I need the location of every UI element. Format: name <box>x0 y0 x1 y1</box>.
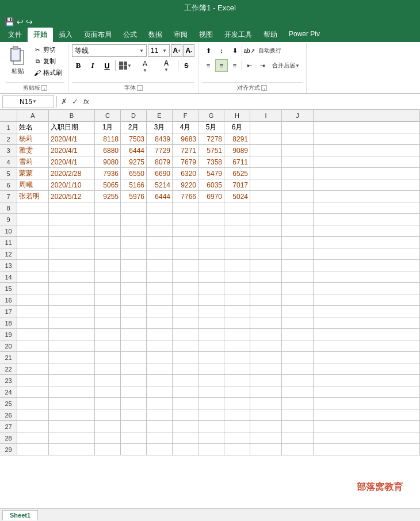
list-item[interactable] <box>198 225 224 237</box>
list-item[interactable] <box>250 294 282 306</box>
list-item[interactable] <box>224 444 250 455</box>
text-angle-button[interactable]: ab↗ <box>243 44 255 57</box>
list-item[interactable]: 7503 <box>121 133 147 145</box>
empty-cell[interactable] <box>314 329 420 340</box>
list-item[interactable] <box>224 398 250 409</box>
list-item[interactable] <box>173 352 198 363</box>
list-item[interactable]: 6550 <box>121 168 147 179</box>
list-item[interactable] <box>95 329 121 340</box>
empty-cell[interactable] <box>314 444 420 455</box>
list-item[interactable] <box>147 260 173 271</box>
list-item[interactable] <box>95 409 121 421</box>
list-item[interactable] <box>121 432 147 444</box>
list-item[interactable]: 6444 <box>147 191 173 202</box>
empty-cell[interactable] <box>314 306 420 317</box>
list-item[interactable]: 张若明 <box>17 191 49 202</box>
list-item[interactable] <box>282 179 314 191</box>
list-item[interactable]: 2月 <box>121 122 147 133</box>
align-middle-button[interactable]: ↕ <box>215 44 228 57</box>
list-item[interactable]: 2020/4/1 <box>49 156 95 168</box>
list-item[interactable] <box>173 444 198 455</box>
list-item[interactable] <box>282 225 314 237</box>
list-item[interactable] <box>147 340 173 352</box>
list-item[interactable] <box>17 352 49 363</box>
list-item[interactable]: 5065 <box>95 179 121 191</box>
list-item[interactable] <box>250 386 282 398</box>
list-item[interactable] <box>121 202 147 214</box>
list-item[interactable] <box>198 214 224 225</box>
list-item[interactable] <box>224 260 250 271</box>
list-item[interactable] <box>49 202 95 214</box>
list-item[interactable] <box>147 271 173 283</box>
list-item[interactable] <box>173 271 198 283</box>
list-item[interactable] <box>95 352 121 363</box>
list-item[interactable] <box>250 306 282 317</box>
list-item[interactable]: 6035 <box>198 179 224 191</box>
list-item[interactable]: 6711 <box>224 156 250 168</box>
list-item[interactable] <box>173 409 198 421</box>
list-item[interactable] <box>282 122 314 133</box>
list-item[interactable] <box>282 133 314 145</box>
list-item[interactable] <box>282 260 314 271</box>
list-item[interactable] <box>173 214 198 225</box>
col-header-I[interactable]: I <box>250 110 282 121</box>
list-item[interactable] <box>173 375 198 386</box>
ribbon-tab-公式[interactable]: 公式 <box>117 28 143 42</box>
list-item[interactable] <box>198 329 224 340</box>
list-item[interactable] <box>173 329 198 340</box>
list-item[interactable]: 雅雯 <box>17 145 49 156</box>
list-item[interactable] <box>121 237 147 248</box>
list-item[interactable] <box>17 260 49 271</box>
list-item[interactable] <box>17 432 49 444</box>
list-item[interactable]: 周曦 <box>17 179 49 191</box>
underline-button[interactable]: U <box>101 59 113 72</box>
list-item[interactable] <box>224 363 250 375</box>
list-item[interactable] <box>198 444 224 455</box>
list-item[interactable]: 8291 <box>224 133 250 145</box>
list-item[interactable] <box>198 340 224 352</box>
list-item[interactable] <box>17 317 49 329</box>
list-item[interactable] <box>95 421 121 432</box>
list-item[interactable] <box>224 329 250 340</box>
list-item[interactable] <box>250 237 282 248</box>
empty-cell[interactable] <box>314 409 420 421</box>
list-item[interactable] <box>282 340 314 352</box>
list-item[interactable]: 9220 <box>173 179 198 191</box>
list-item[interactable]: 2020/4/1 <box>49 133 95 145</box>
list-item[interactable] <box>282 317 314 329</box>
font-expand-icon[interactable]: ⌟ <box>137 85 143 91</box>
col-header-A[interactable]: A <box>17 110 49 121</box>
list-item[interactable]: 2020/5/12 <box>49 191 95 202</box>
ribbon-tab-Power Piv[interactable]: Power Piv <box>283 28 326 42</box>
list-item[interactable] <box>224 421 250 432</box>
ribbon-tab-开发工具[interactable]: 开发工具 <box>219 28 258 42</box>
list-item[interactable] <box>147 225 173 237</box>
list-item[interactable]: 入职日期 <box>49 122 95 133</box>
list-item[interactable] <box>250 409 282 421</box>
list-item[interactable] <box>95 386 121 398</box>
list-item[interactable] <box>282 306 314 317</box>
list-item[interactable] <box>17 340 49 352</box>
list-item[interactable] <box>121 271 147 283</box>
list-item[interactable] <box>147 248 173 260</box>
empty-cell[interactable] <box>314 283 420 294</box>
list-item[interactable]: 5月 <box>198 122 224 133</box>
list-item[interactable] <box>250 340 282 352</box>
list-item[interactable] <box>224 386 250 398</box>
list-item[interactable] <box>95 248 121 260</box>
confirm-formula-button[interactable]: ✓ <box>70 97 80 106</box>
list-item[interactable]: 5751 <box>198 145 224 156</box>
list-item[interactable] <box>17 202 49 214</box>
list-item[interactable] <box>282 214 314 225</box>
list-item[interactable] <box>147 306 173 317</box>
list-item[interactable] <box>250 122 282 133</box>
list-item[interactable] <box>147 398 173 409</box>
italic-button[interactable]: I <box>86 59 99 72</box>
list-item[interactable]: 7017 <box>224 179 250 191</box>
list-item[interactable] <box>250 133 282 145</box>
list-item[interactable] <box>95 260 121 271</box>
align-left-button[interactable]: ≡ <box>202 59 215 72</box>
list-item[interactable] <box>95 271 121 283</box>
list-item[interactable] <box>121 306 147 317</box>
list-item[interactable] <box>121 248 147 260</box>
